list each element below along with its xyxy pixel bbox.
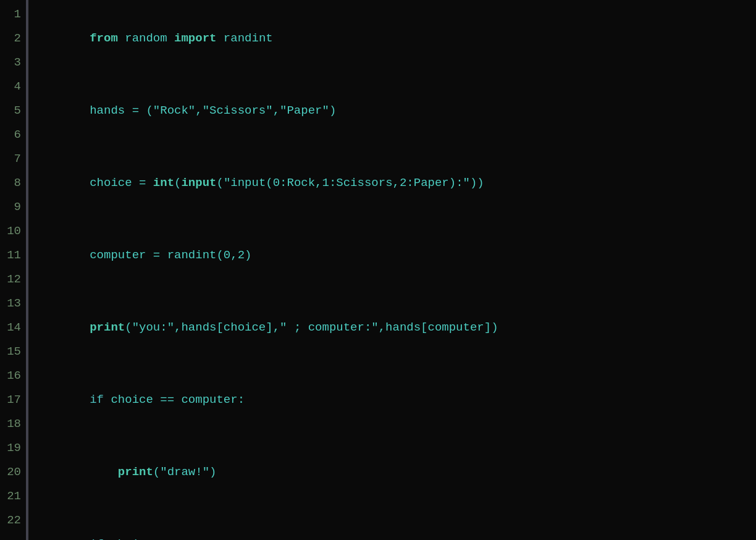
- line-num-19: 19: [5, 436, 21, 460]
- line-num-11: 11: [5, 243, 21, 268]
- code-editor[interactable]: 1 2 3 4 5 6 7 8 9 10 11 12 13 14 15 16 1…: [0, 0, 756, 540]
- code-line-3: choice = int(input("input(0:Rock,1:Sciss…: [33, 147, 756, 219]
- token: import: [174, 32, 216, 45]
- token: choice =: [90, 176, 153, 190]
- token: print: [118, 465, 153, 479]
- line-num-21: 21: [5, 484, 21, 508]
- token: ("draw!"): [153, 465, 217, 479]
- token: (: [174, 176, 181, 190]
- token: [90, 465, 118, 479]
- token: if: [90, 538, 104, 540]
- token: hands = ("Rock","Scissors","Paper"): [90, 104, 336, 117]
- token: if: [90, 393, 104, 407]
- code-line-8: if choice == 0:: [33, 508, 756, 540]
- code-area: 1 2 3 4 5 6 7 8 9 10 11 12 13 14 15 16 1…: [0, 0, 756, 540]
- line-num-20: 20: [5, 460, 21, 484]
- line-num-13: 13: [5, 292, 21, 316]
- code-content[interactable]: from random import randint hands = ("Roc…: [28, 0, 756, 540]
- line-num-5: 5: [5, 99, 21, 123]
- code-line-2: hands = ("Rock","Scissors","Paper"): [33, 75, 756, 147]
- line-num-8: 8: [5, 171, 21, 195]
- line-num-9: 9: [5, 195, 21, 219]
- line-num-10: 10: [5, 219, 21, 243]
- token: computer = randint(0,2): [90, 248, 251, 262]
- token: ("you:",hands[choice]," ; computer:",han…: [125, 321, 498, 334]
- token: random: [118, 32, 174, 45]
- line-num-17: 17: [5, 388, 21, 412]
- code-line-5: print("you:",hands[choice]," ; computer:…: [33, 292, 756, 364]
- token: randint: [216, 32, 272, 45]
- token: choice == computer:: [104, 393, 245, 407]
- line-num-12: 12: [5, 268, 21, 292]
- token: choice == 0:: [104, 538, 195, 540]
- token: print: [90, 321, 125, 334]
- code-line-4: computer = randint(0,2): [33, 219, 756, 292]
- code-line-6: if choice == computer:: [33, 364, 756, 436]
- token: from: [90, 32, 118, 45]
- cursor-column: [26, 0, 28, 540]
- line-numbers: 1 2 3 4 5 6 7 8 9 10 11 12 13 14 15 16 1…: [0, 0, 26, 540]
- line-num-1: 1: [5, 2, 21, 27]
- token: input: [181, 176, 216, 190]
- code-line-7: print("draw!"): [33, 436, 756, 508]
- line-num-18: 18: [5, 412, 21, 436]
- token: ("input(0:Rock,1:Scissors,2:Paper):")): [216, 176, 484, 190]
- line-num-7: 7: [5, 147, 21, 171]
- token: int: [153, 176, 174, 190]
- line-num-2: 2: [5, 27, 21, 51]
- line-num-4: 4: [5, 75, 21, 99]
- line-num-6: 6: [5, 123, 21, 147]
- line-num-22: 22: [5, 508, 21, 533]
- line-num-3: 3: [5, 51, 21, 75]
- code-line-1: from random import randint: [33, 2, 756, 75]
- line-num-14: 14: [5, 316, 21, 340]
- line-num-16: 16: [5, 364, 21, 388]
- line-num-15: 15: [5, 340, 21, 364]
